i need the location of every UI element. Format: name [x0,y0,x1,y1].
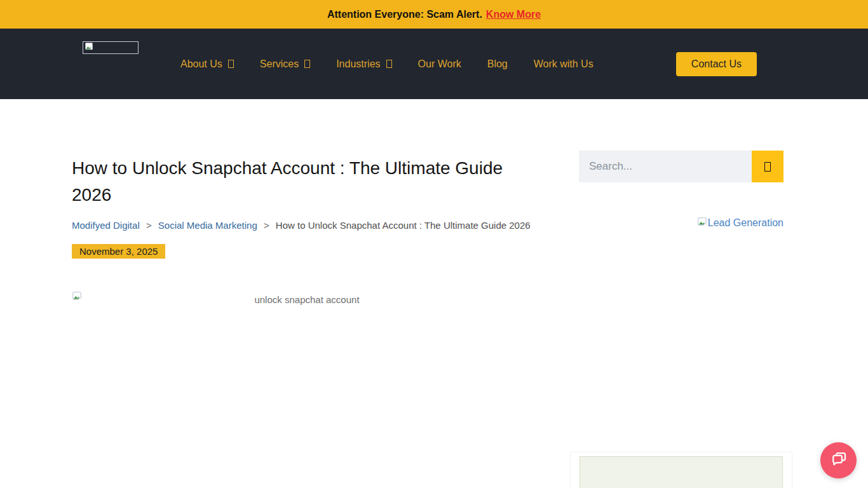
search-button[interactable] [752,151,783,182]
page-title: How to Unlock Snapchat Account : The Ult… [72,155,517,208]
alert-message: Attention Everyone: Scam Alert. [327,9,482,20]
broken-image-icon [85,42,93,53]
breadcrumb-current-page: How to Unlock Snapchat Account : The Ult… [276,220,531,231]
nav-item-label: Our Work [418,58,461,70]
hero-image-alt-text: unlock snapchat account [72,294,542,305]
dropdown-missing-glyph-icon [228,60,234,68]
nav-item-label: Work with Us [534,58,593,70]
nav-item-label: About Us [180,58,222,70]
sidebar-form-widget [570,452,792,488]
breadcrumb-separator: > [146,220,152,231]
nav-item-work-with-us[interactable]: Work with Us [534,58,593,70]
search-input[interactable] [579,151,752,182]
site-logo-link[interactable] [83,41,139,54]
nav-item-label: Industries [336,58,380,70]
sidebar: Lead Generation [579,151,783,488]
hero-broken-image: unlock snapchat account [72,291,542,316]
nav-item-label: Blog [487,58,508,70]
lead-generation-banner-link[interactable]: Lead Generation [579,217,783,229]
article-column: How to Unlock Snapchat Account : The Ult… [72,151,542,488]
nav-item-blog[interactable]: Blog [487,58,508,70]
main-navbar: About Us Services Industries Our Work Bl… [0,29,868,99]
scam-alert-bar: Attention Everyone: Scam Alert. Know Mor… [0,0,868,29]
breadcrumb-home-link[interactable]: Modifyed Digital [72,220,140,231]
breadcrumb: Modifyed Digital > Social Media Marketin… [72,220,542,231]
breadcrumb-category-link[interactable]: Social Media Marketing [158,220,257,231]
lead-image-alt-text: Lead Generation [708,217,783,229]
broken-image-icon [697,217,707,229]
contact-us-button[interactable]: Contact Us [676,52,757,76]
sidebar-form-field [580,456,783,488]
search-missing-glyph-icon [764,162,771,172]
chat-widget-button[interactable] [820,442,857,478]
post-date-badge: November 3, 2025 [72,244,165,259]
chat-bubbles-icon [829,450,848,471]
nav-item-our-work[interactable]: Our Work [418,58,461,70]
know-more-link[interactable]: Know More [486,9,541,20]
nav-item-industries[interactable]: Industries [336,58,391,70]
nav-item-about-us[interactable]: About Us [180,58,234,70]
nav-item-services[interactable]: Services [260,58,310,70]
main-content: How to Unlock Snapchat Account : The Ult… [72,151,783,488]
dropdown-missing-glyph-icon [386,60,392,68]
nav-item-label: Services [260,58,299,70]
nav-menu: About Us Services Industries Our Work Bl… [180,58,593,70]
dropdown-missing-glyph-icon [304,60,310,68]
search-form [579,151,783,182]
breadcrumb-separator: > [264,220,269,231]
